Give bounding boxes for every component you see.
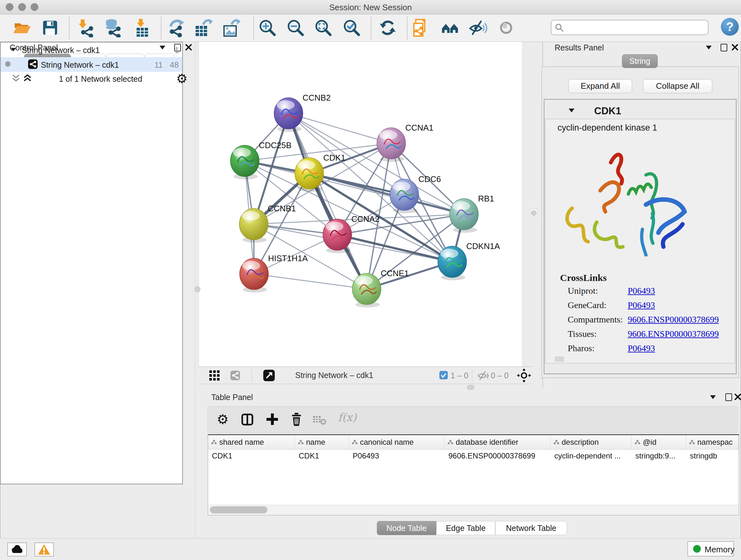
- houses-icon[interactable]: [441, 18, 460, 37]
- zoom-in-icon[interactable]: [258, 18, 277, 37]
- search-input[interactable]: [566, 21, 701, 32]
- memory-label: Memory: [704, 545, 735, 555]
- tab-edge-table[interactable]: Edge Table: [436, 521, 495, 535]
- crosslink-label: GeneCard:: [568, 300, 606, 310]
- memory-button[interactable]: Memory: [687, 541, 734, 557]
- column-header--id[interactable]: @id: [631, 435, 686, 449]
- panel-float-icon[interactable]: [706, 46, 712, 50]
- import-network-file-icon[interactable]: [77, 18, 96, 37]
- tab-network-table[interactable]: Network Table: [495, 521, 567, 535]
- panel-close-icon[interactable]: [731, 44, 738, 51]
- clear-table-icon: [313, 415, 327, 426]
- save-session-icon[interactable]: [41, 18, 60, 37]
- gene-section-expander-icon[interactable]: [569, 109, 575, 112]
- control-panel: Control Panel Network Style Select Sets …: [0, 42, 195, 538]
- warning-button[interactable]: [35, 543, 54, 557]
- right-splitter-handle[interactable]: [531, 210, 536, 216]
- table-panel-title: Table Panel: [211, 393, 253, 402]
- eye-slash-icon[interactable]: [468, 18, 487, 37]
- zoom-out-icon[interactable]: [286, 18, 305, 37]
- panel-float-icon[interactable]: [710, 395, 716, 399]
- network-graph[interactable]: CCNB2CCNA1CDC25BCDK1CDC6RB1CCNB1CCNA2CDK…: [199, 42, 522, 367]
- collection-expander-icon[interactable]: [11, 48, 16, 51]
- zoom-selected-icon[interactable]: [342, 18, 361, 37]
- show-columns-icon[interactable]: [241, 414, 254, 426]
- inner-scrollbar-nub[interactable]: [555, 357, 564, 361]
- left-splitter-handle[interactable]: [195, 287, 200, 292]
- import-network-database-icon[interactable]: [104, 18, 123, 37]
- crosslink-link[interactable]: P06493: [628, 300, 655, 310]
- title-bar: Session: New Session: [0, 0, 741, 14]
- node-label-CDC25B: CDC25B: [259, 140, 292, 150]
- crosslink-link[interactable]: 9606.ENSP00000378699: [628, 314, 719, 325]
- crosslink-row: Compartments:9606.ENSP00000378699: [545, 314, 734, 329]
- network-view[interactable]: CCNB2CCNA1CDC25BCDK1CDC6RB1CCNB1CCNA2CDK…: [199, 42, 522, 367]
- network-collection-row[interactable]: String Network – cdk1 1: [1, 43, 182, 57]
- crosslink-link[interactable]: P06493: [628, 343, 655, 354]
- zoom-fit-icon[interactable]: [314, 18, 333, 37]
- protein-structure-image: [558, 141, 698, 256]
- table-toolbar: ⚙ f(x): [207, 406, 738, 433]
- panel-close-icon[interactable]: [185, 44, 192, 51]
- scrollbar-thumb[interactable]: [210, 506, 267, 513]
- crosslink-label: Pharos:: [568, 343, 595, 354]
- grid-view-icon[interactable]: [209, 370, 220, 381]
- tab-string[interactable]: String: [622, 54, 658, 68]
- network-badge-icon[interactable]: [230, 371, 240, 380]
- right-splitter[interactable]: [530, 209, 537, 217]
- refresh-icon[interactable]: [378, 18, 397, 37]
- export-network-icon[interactable]: [166, 18, 185, 37]
- crosslink-label: Uniprot:: [568, 286, 598, 296]
- export-table-icon[interactable]: [194, 18, 213, 37]
- panel-close-icon[interactable]: [734, 393, 741, 400]
- network-row-selected[interactable]: String Network – cdk1 11 48: [1, 57, 182, 72]
- column-header-description[interactable]: description: [550, 435, 631, 449]
- node-label-CCNB1: CCNB1: [268, 204, 296, 213]
- node-table[interactable]: shared namenamecanonical namedatabase id…: [208, 434, 739, 515]
- export-image-icon[interactable]: [221, 18, 241, 37]
- import-table-icon[interactable]: [133, 18, 152, 37]
- fit-content-crosshair-icon[interactable]: [517, 368, 531, 382]
- add-column-icon[interactable]: [266, 413, 279, 426]
- hidden-eye-icon: [477, 370, 489, 381]
- search-box: [551, 20, 709, 35]
- open-session-icon[interactable]: [12, 18, 31, 37]
- column-header-namespac[interactable]: namespac: [686, 435, 738, 449]
- toolbar-separator: [69, 17, 70, 39]
- network-title-label: String Network – cdk1: [295, 371, 374, 380]
- documents-share-icon[interactable]: [411, 18, 430, 37]
- expand-all-icon[interactable]: [23, 74, 32, 83]
- cloud-button[interactable]: [7, 543, 27, 557]
- crosslink-link[interactable]: 9606.ENSP00000378699: [628, 329, 719, 339]
- collapse-all-button[interactable]: Collapse All: [643, 79, 712, 93]
- crosslink-link[interactable]: P06493: [628, 286, 655, 296]
- gene-name: CDK1: [594, 105, 621, 117]
- horizontal-splitter-handle[interactable]: [467, 385, 474, 390]
- delete-column-icon[interactable]: [290, 412, 303, 426]
- help-button[interactable]: ?: [721, 18, 739, 36]
- birds-eye-view-icon[interactable]: [263, 370, 275, 381]
- table-row[interactable]: CDK1CDK1P064939606.ENSP00000378699cyclin…: [208, 449, 739, 462]
- table-header-row: shared namenamecanonical namedatabase id…: [208, 435, 739, 449]
- column-header-name[interactable]: name: [295, 435, 349, 449]
- table-panel: Table Panel ⚙ f(x) shared namenamecanoni…: [206, 390, 739, 538]
- column-header-shared-name[interactable]: shared name: [208, 435, 295, 449]
- network-options-gear-icon[interactable]: ⚙: [176, 71, 188, 86]
- expand-all-button[interactable]: Expand All: [568, 79, 632, 93]
- node-label-CDK1: CDK1: [323, 153, 345, 163]
- gray-orb-icon: [496, 18, 516, 37]
- crosslink-row: Tissues:9606.ENSP00000378699: [545, 329, 734, 343]
- crosslink-label: Compartments:: [568, 314, 623, 325]
- selected-checkbox-icon[interactable]: [440, 371, 448, 379]
- application-window: Session: New Session: [0, 0, 741, 560]
- collapse-all-icon[interactable]: [11, 74, 20, 83]
- column-header-database-identifier[interactable]: database identifier: [445, 435, 550, 449]
- table-settings-gear-icon[interactable]: ⚙: [217, 412, 229, 427]
- tab-node-table[interactable]: Node Table: [377, 521, 436, 535]
- table-cell: P06493: [349, 449, 445, 462]
- column-header-canonical-name[interactable]: canonical name: [349, 435, 445, 449]
- horizontal-scrollbar[interactable]: [208, 505, 738, 515]
- panel-restore-icon[interactable]: [725, 393, 732, 401]
- panel-restore-icon[interactable]: [721, 44, 727, 51]
- gene-description: cyclin-dependent kinase 1: [557, 123, 657, 133]
